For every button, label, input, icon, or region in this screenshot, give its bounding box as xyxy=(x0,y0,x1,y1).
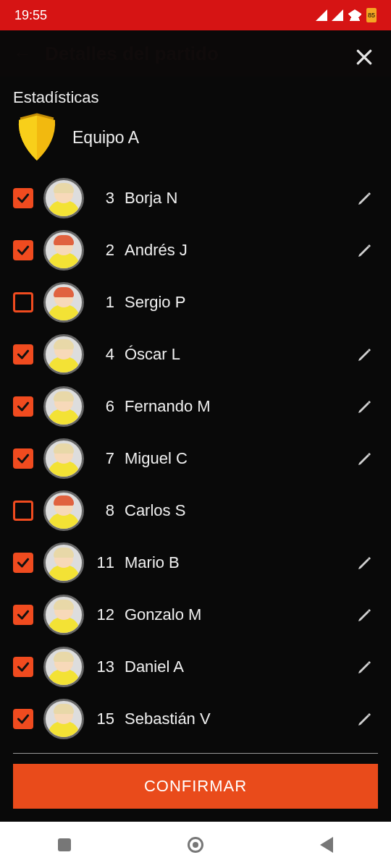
player-checkbox[interactable] xyxy=(13,448,33,469)
player-avatar xyxy=(43,282,84,323)
divider xyxy=(13,753,378,754)
player-row: 2Andrés J xyxy=(13,224,378,276)
player-number: 12 xyxy=(94,605,114,624)
player-checkbox[interactable] xyxy=(13,709,33,729)
player-checkbox[interactable] xyxy=(13,501,33,521)
player-list[interactable]: 3Borja N2Andrés J1Sergio P4Óscar L6Ferna… xyxy=(13,172,378,749)
team-name: Equipo A xyxy=(72,128,139,148)
battery-icon: 85 xyxy=(366,8,377,22)
player-row: 15Sebastián V xyxy=(13,693,378,745)
player-row: 11Mario B xyxy=(13,537,378,589)
player-name: Sergio P xyxy=(125,293,378,312)
player-checkbox[interactable] xyxy=(13,657,33,677)
nav-home-button[interactable] xyxy=(188,837,203,853)
player-checkbox[interactable] xyxy=(13,344,33,365)
player-row: 8Carlos S xyxy=(13,485,378,537)
player-checkbox[interactable] xyxy=(13,188,33,208)
player-avatar xyxy=(43,647,84,687)
player-row: 1Sergio P xyxy=(13,276,378,328)
player-name: Sebastián V xyxy=(125,710,342,728)
edit-player-button[interactable] xyxy=(352,602,378,628)
player-name: Miguel C xyxy=(125,449,342,468)
player-checkbox[interactable] xyxy=(13,553,33,573)
player-avatar xyxy=(43,438,84,479)
player-name: Óscar L xyxy=(125,345,342,364)
player-name: Gonzalo M xyxy=(125,605,342,624)
signal-icon xyxy=(332,9,343,21)
status-indicators: 85 xyxy=(316,8,377,22)
player-avatar xyxy=(43,595,84,635)
player-avatar xyxy=(43,386,84,427)
player-number: 1 xyxy=(94,293,114,312)
player-number: 2 xyxy=(94,241,114,260)
team-shield-icon xyxy=(13,111,61,163)
player-number: 6 xyxy=(94,397,114,416)
player-number: 7 xyxy=(94,449,114,468)
stats-modal: Estadísticas Equipo A 3Borja N2Andrés J1… xyxy=(0,30,391,822)
wifi-icon xyxy=(348,9,362,21)
player-checkbox[interactable] xyxy=(13,240,33,260)
player-number: 3 xyxy=(94,189,114,208)
player-name: Andrés J xyxy=(125,241,342,260)
player-name: Borja N xyxy=(125,189,342,208)
player-name: Carlos S xyxy=(125,501,378,520)
nav-back-button[interactable] xyxy=(320,837,333,853)
player-avatar xyxy=(43,490,84,531)
team-header: Equipo A xyxy=(13,111,378,163)
modal-title: Estadísticas xyxy=(13,88,378,107)
edit-player-button[interactable] xyxy=(352,393,378,420)
player-name: Mario B xyxy=(125,553,342,572)
player-avatar xyxy=(43,178,84,218)
edit-player-button[interactable] xyxy=(352,185,378,211)
status-time: 19:55 xyxy=(14,8,47,23)
player-number: 13 xyxy=(94,658,114,676)
edit-player-button[interactable] xyxy=(352,550,378,576)
player-avatar xyxy=(43,542,84,583)
edit-player-button[interactable] xyxy=(352,706,378,732)
edit-player-button[interactable] xyxy=(352,341,378,367)
player-number: 8 xyxy=(94,501,114,520)
confirm-button[interactable]: CONFIRMAR xyxy=(13,764,378,809)
player-checkbox[interactable] xyxy=(13,292,33,312)
player-checkbox[interactable] xyxy=(13,605,33,625)
edit-player-button[interactable] xyxy=(352,237,378,263)
player-avatar xyxy=(43,334,84,375)
close-button[interactable] xyxy=(353,46,375,68)
edit-player-button[interactable] xyxy=(352,446,378,472)
player-name: Fernando M xyxy=(125,397,342,416)
edit-player-button[interactable] xyxy=(352,654,378,680)
player-row: 7Miguel C xyxy=(13,433,378,485)
player-row: 6Fernando M xyxy=(13,380,378,433)
player-row: 4Óscar L xyxy=(13,328,378,380)
player-row: 12Gonzalo M xyxy=(13,589,378,641)
signal-icon xyxy=(316,9,327,21)
player-number: 4 xyxy=(94,345,114,364)
status-bar: 19:55 85 xyxy=(0,0,391,30)
player-row: 3Borja N xyxy=(13,172,378,224)
player-avatar xyxy=(43,699,84,739)
player-row: 13Daniel A xyxy=(13,641,378,693)
player-number: 15 xyxy=(94,710,114,728)
player-avatar xyxy=(43,230,84,271)
player-name: Daniel A xyxy=(125,658,342,676)
nav-recent-button[interactable] xyxy=(58,838,71,851)
player-number: 11 xyxy=(94,553,114,572)
android-nav-bar xyxy=(0,822,391,868)
player-checkbox[interactable] xyxy=(13,396,33,417)
